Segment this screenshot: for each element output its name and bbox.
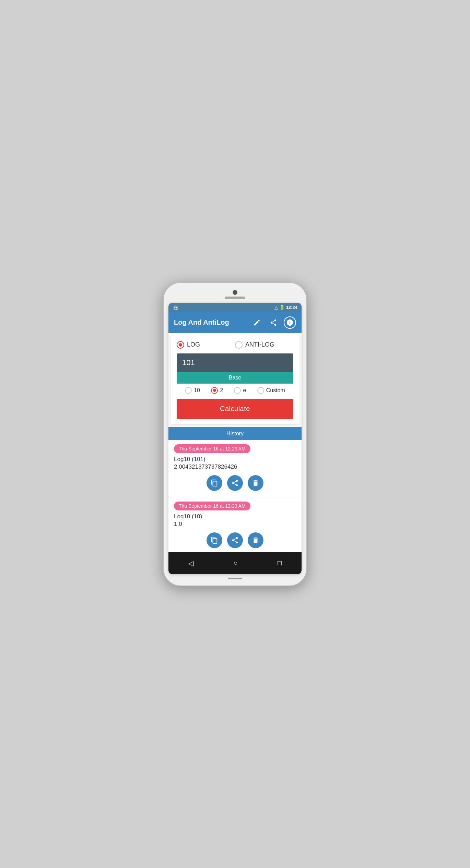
history-item-2: Thu September 16 at 12:23 AM Log10 (10) … bbox=[168, 497, 302, 552]
base-custom-label: Custom bbox=[266, 387, 285, 394]
edit-icon-button[interactable] bbox=[251, 316, 263, 329]
share-button-2[interactable] bbox=[227, 532, 243, 548]
android-status-icon: 🤖 bbox=[173, 305, 178, 310]
log-label: LOG bbox=[187, 341, 200, 348]
share-icon-button[interactable] bbox=[267, 316, 280, 329]
history-result-2: 1.0 bbox=[174, 521, 296, 528]
copy-button-2[interactable] bbox=[207, 532, 222, 548]
history-result-1: 2.00432137373782642​6 bbox=[174, 463, 296, 470]
speaker bbox=[225, 297, 245, 299]
base-option-2[interactable]: 2 bbox=[211, 387, 223, 394]
status-time: 12:24 bbox=[286, 305, 297, 310]
calculator-card: LOG ANTI-LOG Base 10 bbox=[171, 336, 299, 424]
mode-radio-row: LOG ANTI-LOG bbox=[177, 341, 293, 349]
history-timestamp-2: Thu September 16 at 12:23 AM bbox=[174, 502, 250, 510]
base-option-10[interactable]: 10 bbox=[185, 387, 200, 394]
copy-icon-2 bbox=[211, 537, 218, 544]
camera bbox=[233, 290, 237, 295]
log-radio-circle[interactable] bbox=[177, 341, 184, 349]
history-actions-2 bbox=[174, 531, 296, 550]
share-icon-history bbox=[231, 479, 239, 487]
edit-icon bbox=[253, 319, 261, 326]
history-expression-1: Log10 (101) bbox=[174, 456, 296, 463]
home-button[interactable]: ○ bbox=[226, 556, 244, 570]
number-input[interactable] bbox=[182, 358, 288, 367]
base-radio-2[interactable] bbox=[211, 387, 218, 394]
antilog-option[interactable]: ANTI-LOG bbox=[235, 341, 293, 349]
share-icon bbox=[270, 319, 277, 326]
copy-icon bbox=[211, 479, 218, 487]
antilog-radio-circle[interactable] bbox=[235, 341, 243, 349]
copy-button-1[interactable] bbox=[207, 475, 222, 491]
base-radio-e[interactable] bbox=[234, 387, 241, 394]
antilog-label: ANTI-LOG bbox=[245, 341, 274, 348]
status-left-icons: 🤖 bbox=[173, 305, 178, 310]
base-option-custom[interactable]: Custom bbox=[257, 387, 285, 394]
base-radio-10[interactable] bbox=[185, 387, 192, 394]
info-icon-button[interactable] bbox=[284, 316, 296, 329]
base-10-label: 10 bbox=[194, 387, 200, 394]
share-button-1[interactable] bbox=[227, 475, 243, 491]
number-input-field bbox=[177, 353, 293, 372]
base-2-label: 2 bbox=[220, 387, 223, 394]
base-option-e[interactable]: e bbox=[234, 387, 246, 394]
history-expression-2: Log10 (10) bbox=[174, 513, 296, 520]
app-bar: Log And AntiLog bbox=[168, 312, 302, 333]
status-icons: △ 🔋 12:24 bbox=[274, 305, 297, 310]
delete-icon bbox=[252, 479, 259, 487]
signal-icon: △ bbox=[274, 305, 278, 310]
delete-icon-2 bbox=[252, 537, 259, 544]
status-bar: 🤖 △ 🔋 12:24 bbox=[168, 303, 302, 312]
bottom-nav: ◁ ○ □ bbox=[168, 552, 302, 574]
base-e-label: e bbox=[243, 387, 246, 394]
base-label: Base bbox=[177, 372, 293, 384]
base-radio-custom[interactable] bbox=[257, 387, 264, 394]
history-bar: History bbox=[168, 427, 302, 440]
screen-wrapper: 🤖 △ 🔋 12:24 Log And AntiLog bbox=[168, 303, 302, 574]
delete-button-1[interactable] bbox=[248, 475, 263, 491]
phone-shell: 🤖 △ 🔋 12:24 Log And AntiLog bbox=[163, 282, 307, 586]
history-section: Thu September 16 at 12:23 AM Log10 (101)… bbox=[168, 440, 302, 552]
battery-icon: 🔋 bbox=[279, 305, 285, 310]
delete-button-2[interactable] bbox=[248, 532, 263, 548]
share-icon-history-2 bbox=[231, 537, 239, 544]
history-timestamp-1: Thu September 16 at 12:23 AM bbox=[174, 444, 250, 453]
phone-bottom-indicator bbox=[228, 578, 242, 579]
back-button[interactable]: ◁ bbox=[181, 556, 200, 570]
info-icon bbox=[286, 319, 294, 326]
log-option[interactable]: LOG bbox=[177, 341, 235, 349]
app-bar-actions bbox=[251, 316, 296, 329]
calculate-button[interactable]: Calculate bbox=[177, 399, 293, 419]
history-actions-1 bbox=[174, 474, 296, 493]
base-options-row: 10 2 e Custom bbox=[177, 384, 293, 397]
recents-button[interactable]: □ bbox=[271, 556, 289, 570]
app-title: Log And AntiLog bbox=[174, 318, 229, 326]
history-item-1: Thu September 16 at 12:23 AM Log10 (101)… bbox=[168, 440, 302, 497]
main-content: LOG ANTI-LOG Base 10 bbox=[168, 336, 302, 552]
